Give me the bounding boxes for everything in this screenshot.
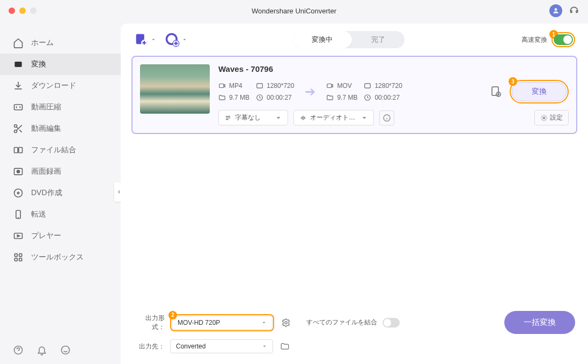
output-dir-label: 出力先： xyxy=(134,342,165,351)
info-button[interactable] xyxy=(379,110,394,125)
sidebar-item-transfer[interactable]: 転送 xyxy=(0,204,121,225)
compress-icon xyxy=(13,102,24,113)
output-format-label: 出力形式： xyxy=(134,314,165,332)
user-icon xyxy=(552,7,560,14)
feedback-icon[interactable] xyxy=(60,345,71,355)
maximize-window-button[interactable] xyxy=(30,8,36,14)
svg-point-4 xyxy=(14,130,17,133)
window-controls xyxy=(9,8,36,14)
download-icon xyxy=(13,80,24,91)
svg-rect-2 xyxy=(14,105,23,110)
sidebar-item-merge[interactable]: ファイル結合 xyxy=(0,139,121,161)
sidebar-item-label: DVD作成 xyxy=(31,188,62,198)
bell-icon[interactable] xyxy=(36,345,47,355)
minimize-window-button[interactable] xyxy=(19,8,26,14)
add-disc-icon xyxy=(165,32,180,47)
callout-badge-3: 3 xyxy=(509,77,517,86)
clock-icon xyxy=(256,94,263,101)
tab-done[interactable]: 完了 xyxy=(352,31,405,48)
file-settings-button[interactable]: 設定 xyxy=(534,110,569,125)
high-speed-toggle[interactable] xyxy=(554,34,573,45)
sidebar-item-player[interactable]: プレヤー xyxy=(0,225,121,247)
chevron-down-icon xyxy=(361,114,368,122)
gear-icon xyxy=(281,318,291,328)
video-thumbnail[interactable] xyxy=(140,64,210,114)
info-icon xyxy=(383,114,391,122)
output-format-select[interactable]: MOV-HD 720P xyxy=(172,316,273,330)
toolbar: 変換中 完了 高速変換 1 xyxy=(121,24,588,56)
file-settings-icon[interactable] xyxy=(489,85,502,98)
svg-rect-23 xyxy=(219,84,224,88)
file-card[interactable]: Waves - 70796 MP4 9.7 MB 1280*720 00:00:… xyxy=(131,56,577,134)
merge-toggle[interactable] xyxy=(383,318,400,328)
sidebar-item-convert[interactable]: 変換 xyxy=(0,54,121,75)
sidebar-item-label: 画面録画 xyxy=(31,167,61,176)
svg-rect-13 xyxy=(14,254,17,256)
sidebar-item-label: プレヤー xyxy=(31,231,61,241)
high-speed-label: 高速変換 xyxy=(521,35,547,44)
sidebar-item-compress[interactable]: 動画圧縮 xyxy=(0,96,121,118)
svg-point-32 xyxy=(543,117,545,119)
sidebar-item-label: 変換 xyxy=(31,60,46,69)
bottom-bar: 出力形式： 2 MOV-HD 720P すべてのファイルを結合 一括変換 出力先… xyxy=(121,304,588,364)
open-folder-button[interactable] xyxy=(278,340,291,353)
svg-point-33 xyxy=(285,321,288,324)
close-window-button[interactable] xyxy=(9,8,15,14)
add-disc-button[interactable] xyxy=(165,32,187,47)
app-title: Wondershare UniConverter xyxy=(252,7,336,15)
sidebar-item-record[interactable]: 画面録画 xyxy=(0,161,121,182)
chevron-down-icon xyxy=(262,344,267,349)
dvd-icon xyxy=(13,188,24,198)
sidebar-item-label: 動画圧縮 xyxy=(31,102,61,112)
sidebar-item-label: 転送 xyxy=(31,210,46,219)
svg-rect-5 xyxy=(14,147,18,153)
help-icon[interactable] xyxy=(13,345,24,355)
svg-rect-6 xyxy=(19,147,23,153)
file-title: Waves - 70796 xyxy=(218,64,569,73)
svg-rect-15 xyxy=(14,258,17,261)
chevron-down-icon xyxy=(275,114,282,122)
svg-rect-1 xyxy=(14,62,21,67)
user-avatar[interactable] xyxy=(549,4,562,17)
main-content: 変換中 完了 高速変換 1 Waves - 70796 MP4 xyxy=(121,24,588,364)
transfer-icon xyxy=(13,209,24,220)
sidebar-item-home[interactable]: ホーム xyxy=(0,32,121,54)
output-dir-select[interactable]: Converted xyxy=(170,339,273,353)
add-file-button[interactable] xyxy=(134,32,156,47)
sidebar-item-dvd[interactable]: DVD作成 xyxy=(0,182,121,204)
sidebar-item-download[interactable]: ダウンロード xyxy=(0,75,121,96)
sidebar-item-label: ダウンロード xyxy=(31,81,76,91)
sidebar: ホーム 変換 ダウンロード 動画圧縮 動画編集 ファイル結合 画面録画 DVD xyxy=(0,21,121,364)
chevron-down-icon xyxy=(261,320,267,325)
sidebar-item-edit[interactable]: 動画編集 xyxy=(0,118,121,139)
callout-badge-2: 2 xyxy=(168,311,177,320)
svg-rect-27 xyxy=(365,84,371,88)
audio-dropdown[interactable]: オーディオトラッ… xyxy=(293,110,374,125)
record-icon xyxy=(13,166,24,177)
svg-rect-14 xyxy=(19,254,22,256)
support-icon[interactable] xyxy=(569,5,579,16)
scissors-icon xyxy=(13,123,24,134)
sidebar-item-toolbox[interactable]: ツールボックス xyxy=(0,247,121,268)
subtitle-dropdown[interactable]: 字幕なし xyxy=(218,110,288,125)
folder-icon xyxy=(326,94,334,101)
resolution-icon xyxy=(364,82,371,90)
toolbox-icon xyxy=(13,252,24,263)
resolution-icon xyxy=(256,82,263,90)
sidebar-item-label: ファイル結合 xyxy=(31,145,76,155)
video-icon xyxy=(218,82,226,90)
format-settings-button[interactable] xyxy=(280,316,292,329)
svg-point-0 xyxy=(555,8,557,11)
status-tabs: 変換中 完了 xyxy=(292,31,405,48)
file-list: Waves - 70796 MP4 9.7 MB 1280*720 00:00:… xyxy=(121,56,588,304)
svg-point-10 xyxy=(17,192,19,194)
tab-converting[interactable]: 変換中 xyxy=(292,31,352,48)
svg-rect-16 xyxy=(19,258,22,261)
batch-convert-button[interactable]: 一括変換 xyxy=(504,311,575,334)
svg-rect-26 xyxy=(327,84,332,88)
sidebar-item-label: ツールボックス xyxy=(31,252,84,262)
convert-button[interactable]: 変換 xyxy=(512,82,567,101)
subtitle-icon xyxy=(224,114,232,122)
convert-icon xyxy=(13,59,24,70)
chevron-down-icon xyxy=(151,37,156,42)
